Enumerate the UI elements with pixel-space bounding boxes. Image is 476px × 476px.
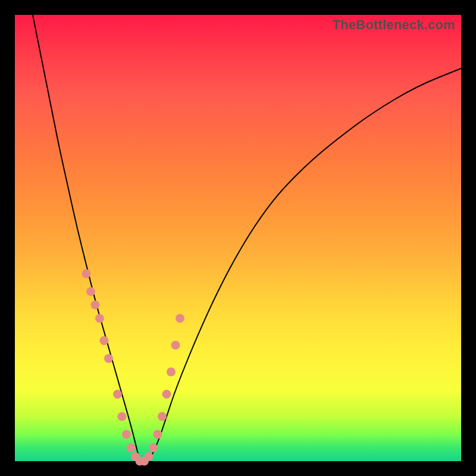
plot-area: TheBottleneck.com (15, 15, 461, 461)
curve-marker (167, 368, 176, 377)
curve-marker (104, 354, 113, 363)
curve-marker (162, 390, 171, 399)
curve-marker (176, 314, 184, 323)
curve-marker (86, 287, 95, 296)
curve-marker (154, 430, 162, 439)
curve-marker (113, 390, 122, 399)
curve-marker (95, 314, 104, 323)
curve-marker (100, 336, 109, 345)
curve-marker (145, 452, 154, 461)
curve-marker (171, 341, 180, 350)
curve-marker (158, 412, 167, 421)
curve-marker (122, 430, 131, 439)
bottleneck-curve-path (33, 15, 461, 461)
chart-frame: TheBottleneck.com (0, 0, 476, 476)
curve-marker (118, 412, 127, 421)
curve-marker (127, 443, 136, 452)
curve-marker (91, 300, 100, 309)
bottleneck-curve-svg (15, 15, 461, 461)
curve-marker (149, 443, 158, 452)
curve-marker (82, 270, 91, 278)
